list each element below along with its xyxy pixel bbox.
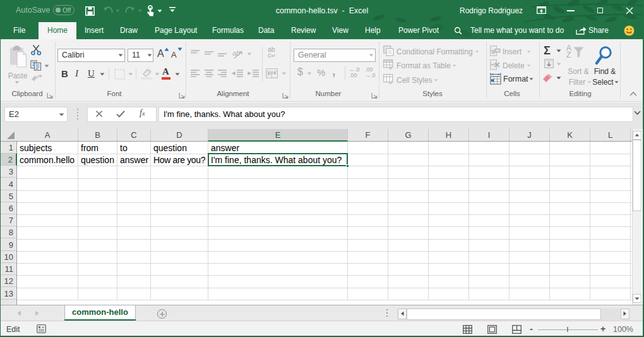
svg-text:ab: ab — [232, 49, 240, 57]
